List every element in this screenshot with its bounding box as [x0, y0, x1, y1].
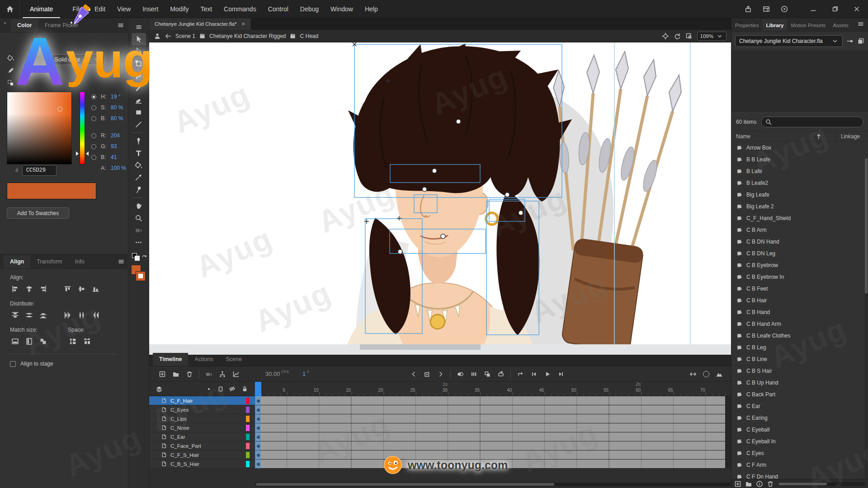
space-vertical-button[interactable] — [68, 337, 78, 346]
library-item[interactable]: Big Leafe — [731, 189, 868, 201]
frame-span[interactable] — [255, 405, 725, 414]
eyedropper-tool[interactable] — [132, 171, 146, 183]
center-stage-icon[interactable] — [662, 33, 669, 40]
close-button[interactable] — [847, 0, 866, 18]
layer-color-chip[interactable] — [246, 425, 250, 431]
frame-span[interactable] — [255, 414, 725, 423]
frames-row-C_F_S_Hair[interactable] — [255, 450, 731, 460]
layer-row-C_Eyes[interactable]: C_Eyes — [149, 405, 255, 414]
zoom-tool[interactable] — [132, 212, 146, 224]
align-right-button[interactable] — [38, 284, 48, 293]
align-left-button[interactable] — [10, 284, 20, 293]
menu-control[interactable]: Control — [262, 0, 294, 18]
library-item[interactable]: B Lafe — [731, 165, 868, 177]
loop-button[interactable] — [494, 368, 508, 380]
library-item[interactable]: C B Leg — [731, 342, 868, 353]
library-item[interactable]: C B Up Hand — [731, 377, 868, 389]
match-both-button[interactable] — [38, 337, 48, 346]
color-channel-value[interactable]: 19 ° — [111, 94, 120, 100]
tab-color[interactable]: Color — [11, 19, 38, 32]
tab-library[interactable]: Library — [762, 19, 787, 31]
camera-tool[interactable] — [132, 224, 146, 236]
center-frame-button[interactable] — [514, 368, 527, 380]
radio-icon[interactable] — [91, 133, 96, 138]
paint-bucket-tool[interactable] — [132, 159, 146, 171]
clip-content-icon[interactable] — [685, 33, 693, 40]
layer-color-chip[interactable] — [246, 452, 250, 458]
library-item-name[interactable]: C Back Part — [746, 391, 775, 398]
layer-name[interactable]: C_B_S_Hair — [170, 461, 199, 467]
panel-menu-icon[interactable] — [118, 258, 125, 265]
layer-color-chip[interactable] — [246, 407, 250, 413]
hex-input[interactable] — [22, 165, 57, 176]
frames-area[interactable] — [255, 396, 731, 469]
radio-icon[interactable] — [91, 116, 96, 121]
dist-bottom-button[interactable] — [38, 310, 48, 319]
tab-actions[interactable]: Actions — [188, 353, 219, 366]
frames-row-C_B_S_Hair[interactable] — [255, 460, 731, 469]
library-item-name[interactable]: B Lafe — [746, 168, 762, 174]
layer-color-chip[interactable] — [246, 443, 250, 449]
menu-insert[interactable]: Insert — [137, 0, 164, 18]
library-item[interactable]: C B Eyebrow In — [731, 271, 868, 283]
free-transform-tool[interactable] — [132, 57, 146, 70]
add-to-swatches-button[interactable]: Add To Swatches — [7, 207, 69, 219]
new-layer-button[interactable] — [156, 368, 169, 380]
library-item-name[interactable]: B B Leafe — [746, 156, 770, 163]
library-item-name[interactable]: Big Leafe 2 — [746, 203, 774, 210]
subselection-tool[interactable] — [132, 45, 146, 57]
library-item-name[interactable]: C B Up Hand — [746, 380, 778, 386]
frame-span[interactable] — [255, 432, 725, 441]
layer-row-C_Lips[interactable]: C_Lips — [149, 414, 255, 423]
dist-vcenter-button[interactable] — [24, 310, 34, 319]
radio-icon[interactable] — [91, 94, 96, 99]
color-channel-value[interactable]: 204 — [111, 132, 120, 139]
pen-tool[interactable] — [132, 135, 146, 147]
library-item-name[interactable]: C B Line — [746, 356, 767, 362]
fps-control[interactable]: 30.00FPS — [265, 370, 289, 378]
dist-top-button[interactable] — [10, 310, 20, 319]
tab-timeline[interactable]: Timeline — [153, 353, 188, 366]
stage-canvas[interactable] — [149, 42, 731, 355]
library-item[interactable]: C B Line — [731, 353, 868, 365]
library-item-name[interactable]: C B DN Leg — [746, 250, 775, 257]
library-item[interactable]: Big Leafe 2 — [731, 201, 868, 212]
library-item[interactable]: B Leafe2 — [731, 177, 868, 189]
timeline-zoom-slider[interactable] — [703, 371, 709, 377]
tab-scene[interactable]: Scene — [219, 353, 248, 366]
fill-color-icon[interactable] — [7, 54, 14, 61]
layer-name[interactable]: C_Eyes — [170, 407, 189, 413]
library-vscroll-thumb[interactable] — [865, 158, 868, 294]
tab-assets[interactable]: Assets — [829, 19, 852, 31]
library-item[interactable]: B B Leafe — [731, 154, 868, 165]
library-hscrollbar[interactable] — [778, 482, 865, 486]
frames-row-C_Lips[interactable] — [255, 414, 731, 423]
library-item-name[interactable]: C B Eyebrow — [746, 262, 778, 268]
auto-keyframe-button[interactable] — [420, 368, 434, 380]
breadcrumb-1[interactable]: Chetanye Kid Character Rigged — [209, 33, 286, 39]
color-type-dropdown[interactable]: Solid color — [51, 54, 105, 65]
library-item[interactable]: C F Arm — [731, 459, 868, 471]
library-item[interactable]: C B S Hair — [731, 365, 868, 377]
align-hcenter-button[interactable] — [24, 284, 34, 293]
menu-help[interactable]: Help — [359, 0, 384, 18]
library-item-name[interactable]: C_F_Hand_Shield — [746, 215, 791, 221]
next-frame-button[interactable] — [554, 368, 568, 380]
library-item[interactable]: C B Hand — [731, 306, 868, 318]
item-properties-icon[interactable] — [756, 480, 763, 488]
lasso-tool[interactable] — [132, 70, 146, 82]
library-item-name[interactable]: C B DN Hand — [746, 239, 779, 245]
eraser-tool[interactable] — [132, 94, 146, 106]
breadcrumb-scene[interactable]: Scene 1 — [175, 33, 195, 39]
library-document-dropdown[interactable]: Chetanye Junglie Kid Character.fla — [735, 35, 843, 47]
parenting-view-button[interactable] — [216, 368, 229, 380]
stroke-color-swatch[interactable] — [136, 272, 145, 281]
stroke-color-icon[interactable] — [7, 67, 14, 74]
reset-timeline-zoom-icon[interactable] — [689, 371, 697, 378]
panel-menu-icon[interactable] — [854, 17, 868, 31]
menu-modify[interactable]: Modify — [164, 0, 194, 18]
delete-layer-button[interactable] — [183, 368, 196, 380]
layer-row-C_B_S_Hair[interactable]: C_B_S_Hair — [149, 460, 255, 469]
swap-fill-stroke-icon[interactable] — [7, 80, 14, 87]
timeline-hscroll-thumb[interactable] — [256, 483, 554, 486]
